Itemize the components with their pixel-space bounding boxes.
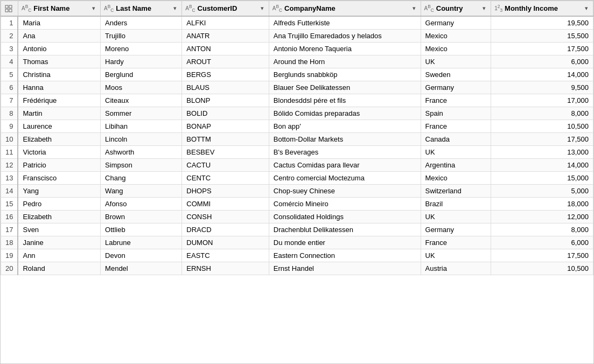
last-name-cell: Chang — [101, 172, 182, 185]
country-cell: Canada — [421, 133, 491, 146]
monthly-income-cell: 5,000 — [491, 185, 593, 198]
row-number-cell: 5 — [1, 68, 18, 81]
row-number-cell: 19 — [1, 249, 18, 262]
row-number-cell: 20 — [1, 262, 18, 275]
table-row: 4ThomasHardyAROUTAround the HornUK6,000 — [1, 55, 593, 68]
num-icon-income: 123 — [494, 4, 502, 13]
row-number-cell: 1 — [1, 16, 18, 30]
first-name-cell: Hanna — [18, 81, 100, 94]
country-cell: Switzerland — [421, 185, 491, 198]
monthly-income-cell: 15,500 — [491, 30, 593, 43]
last-name-cell: Moreno — [101, 43, 182, 55]
grid-icon — [4, 4, 13, 13]
last-name-cell: Berglund — [101, 68, 182, 81]
last-name-cell: Ashworth — [101, 146, 182, 159]
last-name-cell: Wang — [101, 185, 182, 198]
company-name-cell: Comércio Mineiro — [269, 198, 421, 211]
row-number-cell: 18 — [1, 236, 18, 249]
first-name-cell: Janine — [18, 236, 100, 249]
company-name-cell: Chop-suey Chinese — [269, 185, 421, 198]
customer-id-cell: ALFKI — [182, 16, 269, 30]
customer-id-cell: BOTTM — [182, 133, 269, 146]
company-name-cell: Berglunds snabbköp — [269, 68, 421, 81]
company-name-cell: Bólido Comidas preparadas — [269, 107, 421, 120]
table-row: 5ChristinaBerglundBERGSBerglunds snabbkö… — [1, 68, 593, 81]
last-name-cell: Labrune — [101, 236, 182, 249]
customer-id-cell: CONSH — [182, 211, 269, 223]
first-name-cell: Thomas — [18, 55, 100, 68]
row-number-cell: 7 — [1, 94, 18, 107]
first-name-cell: Yang — [18, 185, 100, 198]
last-name-label: Last Name — [116, 4, 170, 12]
monthly-income-cell: 15,000 — [491, 172, 593, 185]
monthly-income-cell: 10,500 — [491, 120, 593, 133]
monthly-income-cell: 10,500 — [491, 262, 593, 275]
svg-rect-1 — [9, 5, 12, 8]
company-name-label: CompanyName — [284, 4, 408, 12]
first-name-filter-button[interactable]: ▾ — [90, 4, 97, 12]
company-name-cell: Drachenblut Delikatessen — [269, 223, 421, 236]
customer-id-filter-button[interactable]: ▾ — [259, 4, 265, 12]
row-number-cell: 2 — [1, 30, 18, 43]
row-number-cell: 8 — [1, 107, 18, 120]
country-cell: Austria — [421, 262, 491, 275]
first-name-cell: Christina — [18, 68, 100, 81]
first-name-header: ABC First Name ▾ — [18, 1, 100, 17]
table-row: 3AntonioMorenoANTONAntonio Moreno Taquer… — [1, 43, 593, 55]
country-cell: Mexico — [421, 172, 491, 185]
last-name-cell: Mendel — [101, 262, 182, 275]
table-row: 8MartinSommerBOLIDBólido Comidas prepara… — [1, 107, 593, 120]
customer-id-cell: BOLID — [182, 107, 269, 120]
monthly-income-label: Monthly Income — [505, 4, 581, 12]
row-number-cell: 10 — [1, 133, 18, 146]
monthly-income-header: 123 Monthly Income ▾ — [491, 1, 593, 17]
first-name-cell: Victoria — [18, 146, 100, 159]
monthly-income-cell: 6,000 — [491, 236, 593, 249]
monthly-income-cell: 6,000 — [491, 55, 593, 68]
monthly-income-cell: 14,000 — [491, 159, 593, 172]
country-filter-button[interactable]: ▾ — [481, 4, 487, 12]
table-row: 7FrédériqueCiteauxBLONPBlondesddsl pére … — [1, 94, 593, 107]
first-name-cell: Martin — [18, 107, 100, 120]
country-label: Country — [436, 4, 479, 12]
customer-id-cell: ANATR — [182, 30, 269, 43]
last-name-cell: Simpson — [101, 159, 182, 172]
row-number-cell: 11 — [1, 146, 18, 159]
company-name-filter-button[interactable]: ▾ — [411, 4, 417, 12]
customer-id-cell: DUMON — [182, 236, 269, 249]
table-row: 1MariaAndersALFKIAlfreds FutterkisteGerm… — [1, 16, 593, 30]
table-row: 10ElizabethLincolnBOTTMBottom-Dollar Mar… — [1, 133, 593, 146]
country-cell: France — [421, 94, 491, 107]
customer-id-cell: EASTC — [182, 249, 269, 262]
abc-icon-country: ABC — [424, 4, 434, 13]
table-row: 11VictoriaAshworthBESBEVB's BeveragesUK1… — [1, 146, 593, 159]
table-row: 15PedroAfonsoCOMMIComércio MineiroBrazil… — [1, 198, 593, 211]
country-cell: UK — [421, 249, 491, 262]
monthly-income-filter-button[interactable]: ▾ — [583, 4, 590, 12]
row-number-cell: 3 — [1, 43, 18, 55]
company-name-cell: Alfreds Futterkiste — [269, 16, 421, 30]
first-name-cell: Elizabeth — [18, 133, 100, 146]
company-name-cell: B's Beverages — [269, 146, 421, 159]
country-header: ABC Country ▾ — [421, 1, 491, 17]
svg-rect-2 — [5, 9, 8, 12]
country-cell: UK — [421, 55, 491, 68]
first-name-cell: Franscisco — [18, 172, 100, 185]
customer-id-cell: ERNSH — [182, 262, 269, 275]
customer-id-cell: BLAUS — [182, 81, 269, 94]
last-name-cell: Libihan — [101, 120, 182, 133]
first-name-label: First Name — [33, 4, 88, 12]
row-number-header — [1, 1, 18, 17]
customer-id-header: ABC CustomerID ▾ — [182, 1, 269, 17]
monthly-income-cell: 17,500 — [491, 43, 593, 55]
last-name-cell: Hardy — [101, 55, 182, 68]
first-name-cell: Roland — [18, 262, 100, 275]
first-name-cell: Ann — [18, 249, 100, 262]
monthly-income-cell: 18,000 — [491, 198, 593, 211]
table-row: 17SvenOttliebDRACDDrachenblut Delikatess… — [1, 223, 593, 236]
table-row: 16ElizabethBrownCONSHConsolidated Holdin… — [1, 211, 593, 223]
last-name-filter-button[interactable]: ▾ — [172, 4, 178, 12]
company-name-cell: Centro comercial Moctezuma — [269, 172, 421, 185]
last-name-cell: Citeaux — [101, 94, 182, 107]
table-row: 6HannaMoosBLAUSBlauer See DelikatessenGe… — [1, 81, 593, 94]
